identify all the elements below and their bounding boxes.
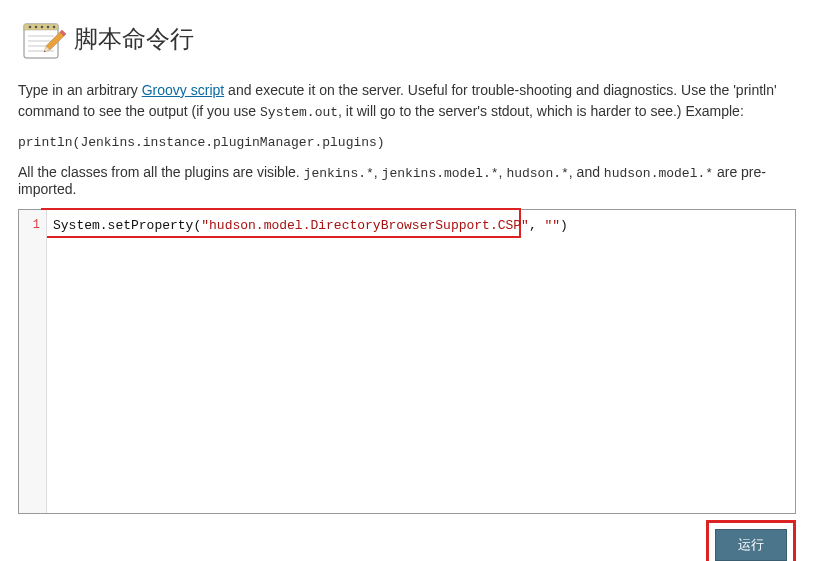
svg-point-3 [35,26,38,29]
page-header: 脚本命令行 [18,18,796,60]
imports-description: All the classes from all the plugins are… [18,164,796,197]
imp-pkg1: jenkins.* [304,166,374,181]
imp-c1: , [374,164,382,180]
run-button[interactable]: 运行 [715,529,787,561]
code-suffix: ) [560,218,568,233]
imp-prefix: All the classes from all the plugins are… [18,164,304,180]
code-content[interactable]: System.setProperty("hudson.model.Directo… [47,210,795,513]
run-button-highlight: 运行 [706,520,796,562]
svg-point-6 [53,26,56,29]
line-number: 1 [19,218,46,232]
groovy-link[interactable]: Groovy script [142,82,224,98]
button-row: 运行 [18,520,796,562]
page-title: 脚本命令行 [74,23,194,55]
svg-point-4 [41,26,44,29]
code-string-1: "hudson.model.DirectoryBrowserSupport.CS… [201,218,529,233]
desc-suffix: , it will go to the server's stdout, whi… [338,103,744,119]
svg-point-2 [29,26,32,29]
svg-point-5 [47,26,50,29]
code-string-2: "" [545,218,561,233]
description-text: Type in an arbitrary Groovy script and e… [18,80,796,123]
example-code: println(Jenkins.instance.pluginManager.p… [18,135,796,150]
editor-gutter: 1 [19,210,47,513]
imp-pkg4: hudson.model.* [604,166,713,181]
imp-pkg3: hudson.* [506,166,568,181]
code-prefix: System.setProperty( [53,218,201,233]
imp-pkg2: jenkins.model.* [382,166,499,181]
imp-c3: , and [569,164,604,180]
notepad-icon [18,18,66,60]
desc-prefix: Type in an arbitrary [18,82,142,98]
code-mid: , [529,218,545,233]
desc-mono: System.out [260,105,338,120]
script-editor[interactable]: 1 System.setProperty("hudson.model.Direc… [18,209,796,514]
